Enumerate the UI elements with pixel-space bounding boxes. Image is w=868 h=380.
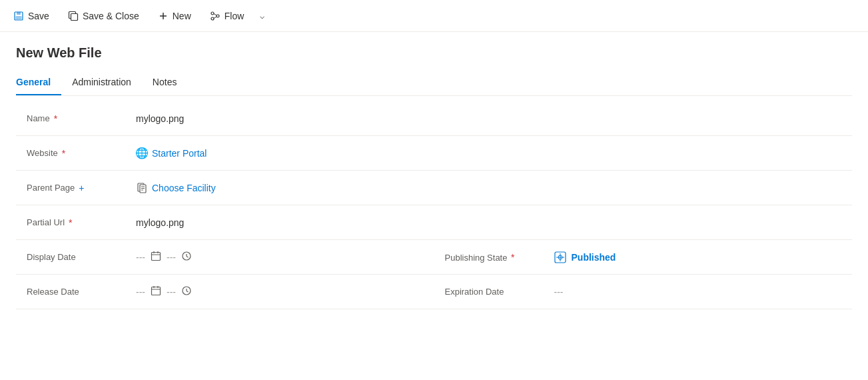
save-button[interactable]: Save [5, 7, 57, 25]
svg-line-11 [214, 17, 217, 19]
name-value: mylogo.png [136, 113, 852, 124]
publishing-state-label: Publishing State * [434, 252, 554, 263]
display-date-label: Display Date [16, 252, 136, 262]
release-date-value: --- --- [136, 285, 434, 298]
svg-rect-2 [16, 16, 22, 19]
page-title: New Web File [16, 45, 852, 61]
globe-icon: 🌐 [136, 147, 148, 159]
flow-button[interactable]: Flow [202, 7, 252, 25]
flow-dropdown-button[interactable]: ⌵ [254, 7, 270, 25]
svg-rect-1 [17, 12, 21, 15]
published-icon [554, 251, 566, 263]
svg-point-8 [217, 15, 219, 17]
save-close-icon [68, 11, 79, 21]
tab-general[interactable]: General [16, 71, 61, 95]
expiration-date-value: --- [554, 287, 853, 297]
name-required-star: * [54, 113, 57, 124]
new-icon [158, 11, 169, 21]
svg-line-23 [187, 257, 189, 258]
name-label: Name * [16, 113, 136, 124]
website-row: Website * 🌐 Starter Portal [16, 136, 852, 171]
release-date-clock-icon[interactable] [181, 285, 192, 298]
new-button[interactable]: New [150, 7, 199, 25]
release-date-calendar-icon[interactable] [151, 285, 161, 298]
save-close-label: Save & Close [83, 11, 139, 21]
release-date-left: Release Date --- --- [16, 285, 434, 298]
website-value: 🌐 Starter Portal [136, 147, 852, 159]
flow-label: Flow [224, 11, 244, 21]
publishing-state-required-star: * [511, 252, 514, 263]
parent-page-row: Parent Page + Choose Facility [16, 171, 852, 205]
partial-url-text: mylogo.png [136, 217, 184, 228]
chevron-down-icon: ⌵ [260, 11, 264, 21]
parent-page-link[interactable]: Choose Facility [152, 183, 216, 193]
svg-rect-4 [71, 13, 77, 20]
name-row: Name * mylogo.png [16, 101, 852, 136]
partial-url-required-star: * [69, 217, 72, 228]
publishing-state-link[interactable]: Published [572, 252, 616, 263]
parent-page-label: Parent Page + [16, 183, 136, 193]
tab-bar: General Administration Notes [16, 71, 852, 96]
release-date-label: Release Date [16, 287, 136, 297]
svg-line-10 [214, 13, 217, 15]
save-close-button[interactable]: Save & Close [60, 7, 147, 25]
website-link[interactable]: Starter Portal [152, 148, 207, 159]
display-date-value: --- --- [136, 251, 434, 263]
parent-page-value: Choose Facility [136, 182, 852, 194]
display-date-row: Display Date --- --- [16, 240, 852, 275]
display-date-calendar-icon[interactable] [151, 251, 161, 263]
name-text: mylogo.png [136, 113, 184, 124]
tab-notes[interactable]: Notes [153, 71, 188, 95]
release-time-text: --- [167, 287, 176, 297]
partial-url-value: mylogo.png [136, 217, 852, 228]
display-time-text: --- [167, 252, 176, 263]
publishing-state-value: Published [554, 251, 853, 263]
expiration-date-right: Expiration Date --- [434, 287, 853, 297]
flow-icon [210, 11, 220, 21]
expiration-date-label: Expiration Date [434, 287, 554, 297]
display-date-text: --- [136, 252, 145, 263]
page-content: New Web File General Administration Note… [0, 32, 868, 309]
website-required-star: * [62, 148, 65, 159]
partial-url-row: Partial Url * mylogo.png [16, 205, 852, 240]
save-label: Save [28, 11, 49, 21]
form-section: Name * mylogo.png Website * 🌐 Starter Po… [16, 101, 852, 309]
display-date-left: Display Date --- --- [16, 251, 434, 263]
release-date-text: --- [136, 287, 145, 297]
svg-point-7 [211, 12, 214, 15]
release-date-row: Release Date --- --- [16, 275, 852, 309]
partial-url-label: Partial Url * [16, 217, 136, 228]
svg-rect-17 [152, 253, 161, 261]
toolbar: Save Save & Close New [0, 0, 868, 32]
page-icon [136, 182, 148, 194]
svg-rect-28 [152, 287, 161, 295]
website-label: Website * [16, 148, 136, 159]
svg-point-9 [211, 17, 214, 20]
expiration-date-text: --- [554, 287, 564, 297]
tab-administration[interactable]: Administration [72, 71, 142, 95]
new-label: New [173, 11, 191, 21]
save-icon [13, 11, 24, 21]
parent-page-required-star: + [79, 183, 84, 193]
publishing-state-right: Publishing State * Published [434, 251, 853, 263]
svg-line-34 [187, 291, 189, 293]
display-date-clock-icon[interactable] [181, 251, 192, 263]
